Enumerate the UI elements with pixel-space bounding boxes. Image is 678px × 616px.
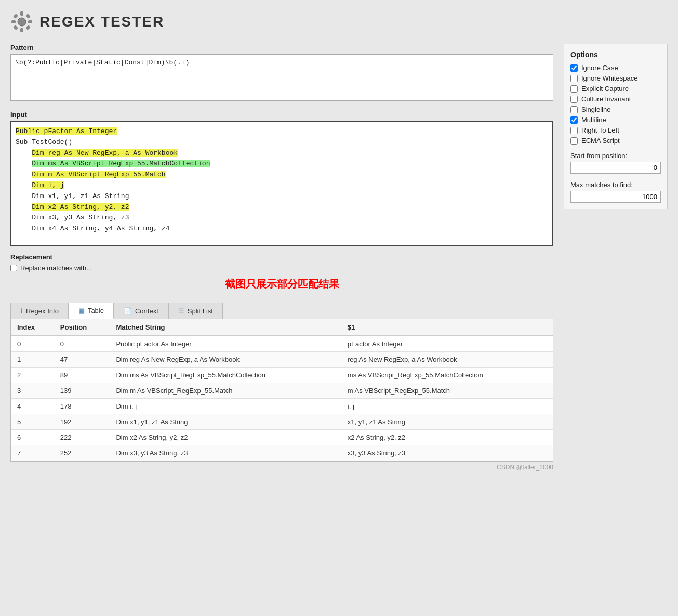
table-row: 5192Dim x1, y1, z1 As Stringx1, y1, z1 A… [11,414,553,430]
replacement-checkbox-label: Replace matches with... [20,264,92,272]
svg-rect-5 [13,14,18,19]
regex-info-icon: ℹ [20,307,23,315]
tab-table-label: Table [88,307,104,314]
option-label-4: Singleline [581,106,610,113]
option-row-0: Ignore Case [570,64,661,72]
option-checkbox-1[interactable] [570,75,578,82]
cell-s1-6: x2 As String, y2, z2 [341,430,553,445]
header: REGEX TESTER [10,10,668,33]
tab-regex-info-label: Regex Info [26,307,59,315]
option-checkbox-7[interactable] [570,137,578,145]
cell-position-2: 89 [54,368,110,383]
input-line-8: Dim x2 As String, y2, z2 [16,202,548,213]
pattern-label: Pattern [10,44,553,51]
start-from-input[interactable] [570,162,661,174]
option-checkbox-5[interactable] [570,116,578,124]
max-matches-label: Max matches to find: [570,181,661,189]
input-line-6: Dim i, j [16,180,548,191]
input-line-10: Dim x4 As String, y4 As String, z4 [16,224,548,234]
svg-rect-8 [25,25,31,30]
tab-context[interactable]: 📄 Context [114,303,168,319]
cell-matched-5: Dim x1, y1, z1 As String [110,414,341,430]
svg-rect-2 [20,28,23,32]
cell-matched-6: Dim x2 As String, y2, z2 [110,430,341,445]
option-label-5: Multiline [581,116,606,124]
start-from-section: Start from position: [570,152,661,174]
input-line-5: Dim m As VBScript_RegExp_55.Match [16,169,548,180]
results-table-container: Index Position Matched String $1 00Publi… [10,319,553,462]
option-label-7: ECMA Script [581,137,620,145]
option-checkbox-4[interactable] [570,106,578,113]
tabs-row: ℹ Regex Info ▦ Table 📄 Context ☰ Split L… [10,303,553,319]
cell-matched-7: Dim x3, y3 As String, z3 [110,445,341,461]
cell-index-3: 3 [11,383,54,399]
cell-matched-0: Public pFactor As Integer [110,336,341,352]
input-line-9: Dim x3, y3 As String, z3 [16,213,548,224]
right-panel: Options Ignore CaseIgnore WhitespaceExpl… [564,44,668,471]
replacement-checkbox[interactable] [10,265,17,271]
option-row-4: Singleline [570,106,661,113]
option-label-6: Right To Left [581,126,619,134]
options-title: Options [570,50,661,59]
option-row-6: Right To Left [570,126,661,134]
cell-matched-4: Dim i, j [110,399,341,414]
watermark: CSDN @taller_2000 [10,464,553,471]
col-s1: $1 [341,319,553,336]
svg-point-0 [18,18,26,26]
cell-s1-4: i, j [341,399,553,414]
cell-s1-3: m As VBScript_RegExp_55.Match [341,383,553,399]
results-table: Index Position Matched String $1 00Publi… [11,319,553,461]
table-header-row: Index Position Matched String $1 [11,319,553,336]
left-panel: Pattern \b(?:Public|Private|Static|Const… [10,44,553,471]
replacement-section: Replacement Replace matches with... [10,253,553,272]
cell-matched-3: Dim m As VBScript_RegExp_55.Match [110,383,341,399]
input-display[interactable]: Public pFactor As Integer Sub TestCode()… [10,121,553,246]
cell-index-2: 2 [11,368,54,383]
option-row-3: Culture Invariant [570,95,661,103]
tab-split-list[interactable]: ☰ Split List [168,303,223,319]
options-box: Options Ignore CaseIgnore WhitespaceExpl… [564,44,668,209]
svg-rect-1 [20,11,23,16]
screenshot-note: 截图只展示部分匹配结果 [10,277,553,291]
svg-rect-6 [25,14,31,19]
tab-table[interactable]: ▦ Table [69,303,114,319]
table-row: 3139Dim m As VBScript_RegExp_55.Matchm A… [11,383,553,399]
replacement-checkbox-row: Replace matches with... [10,264,553,272]
option-row-1: Ignore Whitespace [570,74,661,82]
col-matched-string: Matched String [110,319,341,336]
pattern-input[interactable]: \b(?:Public|Private|Static|Const|Dim)\b(… [10,54,553,101]
option-label-3: Culture Invariant [581,95,631,103]
cell-index-7: 7 [11,445,54,461]
input-line-1: Public pFactor As Integer [16,126,548,137]
table-row: 00Public pFactor As IntegerpFactor As In… [11,336,553,352]
input-line-2: Sub TestCode() [16,137,548,148]
cell-position-1: 47 [54,352,110,368]
app-title: REGEX TESTER [39,14,164,30]
max-matches-input[interactable] [570,191,661,203]
option-checkbox-3[interactable] [570,96,578,103]
cell-index-1: 1 [11,352,54,368]
col-position: Position [54,319,110,336]
tab-regex-info[interactable]: ℹ Regex Info [10,303,69,319]
table-row: 4178Dim i, ji, j [11,399,553,414]
option-label-2: Explicit Capture [581,85,629,93]
tab-split-list-label: Split List [188,307,213,315]
option-checkbox-0[interactable] [570,64,578,72]
cell-index-6: 6 [11,430,54,445]
option-row-2: Explicit Capture [570,85,661,93]
option-row-7: ECMA Script [570,137,661,145]
input-label: Input [10,111,553,119]
option-checkbox-6[interactable] [570,127,578,134]
cell-matched-1: Dim reg As New RegExp, a As Workbook [110,352,341,368]
gear-icon [10,10,33,33]
cell-position-3: 139 [54,383,110,399]
svg-rect-3 [11,20,16,23]
max-matches-section: Max matches to find: [570,181,661,203]
cell-s1-2: ms As VBScript_RegExp_55.MatchCollection [341,368,553,383]
main-container: REGEX TESTER Pattern \b(?:Public|Private… [0,0,678,616]
cell-position-6: 222 [54,430,110,445]
cell-s1-0: pFactor As Integer [341,336,553,352]
input-line-3: Dim reg As New RegExp, a As Workbook [16,148,548,159]
cell-position-4: 178 [54,399,110,414]
option-checkbox-2[interactable] [570,85,578,93]
